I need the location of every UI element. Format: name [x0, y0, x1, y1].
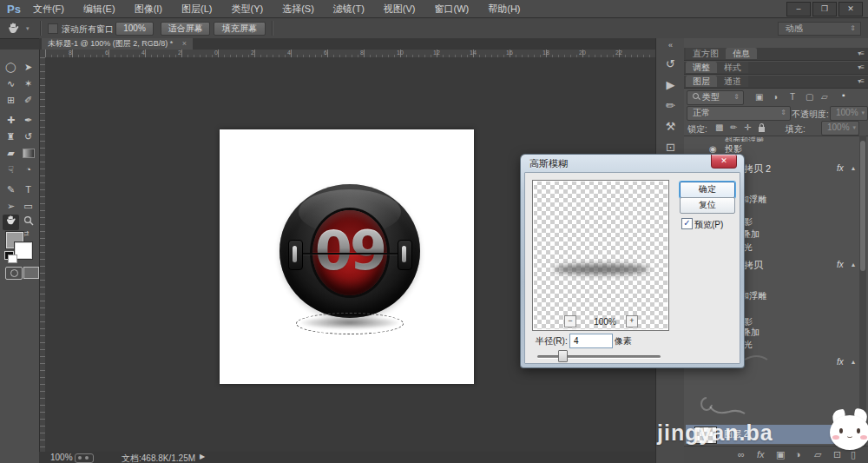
healing-brush-tool[interactable]: ✚ [3, 112, 19, 128]
swap-colors-icon[interactable]: ⇄ [23, 229, 30, 238]
eyedropper-tool[interactable]: ✐ [20, 92, 36, 108]
adjustment-layer-icon[interactable]: ◑ [795, 449, 801, 460]
layer-effect-row[interactable]: 投影 [725, 143, 742, 155]
clone-source-panel-icon[interactable]: ⊡ [656, 141, 685, 154]
close-button[interactable]: ✕ [838, 2, 863, 17]
workspace-switcher[interactable]: 动感 ⇕ [778, 22, 861, 36]
menu-file[interactable]: 文件(F) [33, 3, 64, 16]
menu-select[interactable]: 选择(S) [282, 3, 314, 16]
filter-toggle-icon[interactable]: ▪ [842, 90, 845, 100]
tab-layers[interactable]: 图层 [686, 76, 717, 87]
tool-preset-caret-icon[interactable]: ▾ [26, 25, 30, 32]
radius-slider-thumb[interactable] [558, 350, 568, 362]
opacity-value-box[interactable]: 100% ▾ [830, 106, 868, 121]
history-brush-tool[interactable]: ↺ [20, 129, 36, 144]
filter-adjustment-layers-icon[interactable]: ◑ [773, 92, 778, 102]
menu-filter[interactable]: 滤镜(T) [333, 3, 365, 16]
layers-scrollbar[interactable] [859, 136, 866, 446]
tab-adjustments[interactable]: 调整 [686, 62, 717, 73]
tab-channels[interactable]: 通道 [717, 76, 748, 87]
preview-checkbox[interactable]: ✓ [681, 218, 693, 229]
crop-tool[interactable]: ⊞ [3, 92, 19, 108]
reset-button[interactable]: 复位 [680, 197, 735, 214]
menu-help[interactable]: 帮助(H) [488, 3, 520, 16]
scrollbar-thumb[interactable] [860, 141, 865, 271]
screen-mode-button[interactable] [23, 267, 39, 279]
status-zoom-level[interactable]: 100% [50, 453, 73, 462]
clone-stamp-tool[interactable]: ♜ [3, 129, 19, 144]
link-layers-icon[interactable]: ∞ [738, 449, 745, 460]
eraser-tool[interactable]: ▰ [3, 145, 19, 161]
path-select-tool[interactable]: ➢ [3, 198, 19, 214]
zoom-tool[interactable] [20, 215, 36, 230]
zoom-100-button[interactable]: 100% [115, 22, 154, 36]
menu-layer[interactable]: 图层(L) [181, 3, 212, 16]
layer-mask-icon[interactable]: ▣ [776, 449, 785, 460]
filter-pixel-layers-icon[interactable]: ▣ [755, 92, 763, 102]
magic-wand-tool[interactable]: ✶ [20, 76, 36, 91]
menu-type[interactable]: 类型(Y) [231, 3, 263, 16]
quick-mask-button[interactable] [5, 267, 23, 280]
default-colors-icon[interactable] [4, 251, 14, 260]
layer-filter-dropdown[interactable]: 类型 ⇕ [687, 90, 744, 105]
ok-button[interactable]: 确定 [680, 182, 735, 198]
document-canvas[interactable]: 09 [220, 129, 474, 384]
tool-presets-panel-icon[interactable]: ⚒ [656, 120, 685, 133]
radius-input[interactable]: 4 [569, 334, 613, 348]
scroll-all-windows-checkbox[interactable] [48, 23, 58, 34]
dialog-close-button[interactable]: ✕ [711, 155, 737, 169]
layer-row[interactable]: 拷贝 [744, 259, 763, 271]
pen-tool[interactable]: ✎ [3, 182, 19, 197]
fit-screen-button[interactable]: 适合屏幕 [161, 22, 210, 36]
tab-histogram[interactable]: 直方图 [686, 48, 726, 59]
lock-all-icon[interactable] [759, 120, 765, 136]
gaussian-blur-dialog[interactable]: 高斯模糊 ✕ − 100% + 半径(R): 4 像素 确定 复位 ✓ 预览(P… [521, 155, 744, 367]
menu-view[interactable]: 视图(V) [384, 3, 416, 16]
tab-styles[interactable]: 样式 [717, 62, 748, 73]
tab-close-icon[interactable]: × [182, 39, 187, 48]
preview-zoom-in-button[interactable]: + [626, 315, 638, 327]
panel-menu-icon[interactable]: ▾≡ [858, 63, 864, 71]
fill-screen-button[interactable]: 填充屏幕 [214, 22, 266, 36]
collapse-effects-icon[interactable]: ▴ [852, 356, 855, 368]
hand-tool[interactable] [3, 215, 19, 230]
minimize-button[interactable]: – [786, 2, 811, 17]
menu-image[interactable]: 图像(I) [135, 3, 162, 16]
brush-panel-icon[interactable]: ✏ [656, 99, 685, 112]
lock-transparent-icon[interactable]: ▩ [715, 122, 723, 132]
gradient-tool[interactable] [20, 145, 36, 161]
brush-tool[interactable]: ✒ [20, 112, 36, 128]
lock-paint-icon[interactable]: ✏ [730, 122, 737, 132]
filter-smart-object-icon[interactable]: ▱ [821, 92, 828, 102]
preview-zoom-out-button[interactable]: − [564, 315, 576, 327]
filter-shape-layers-icon[interactable]: ▢ [806, 92, 813, 102]
layer-effect-row[interactable]: 斜面和浮雕 [725, 135, 764, 142]
menu-edit[interactable]: 编辑(E) [83, 3, 115, 16]
type-tool[interactable]: T [20, 182, 36, 197]
blur-preview-area[interactable] [532, 180, 669, 331]
actions-panel-icon[interactable]: ▶ [656, 78, 685, 91]
panel-menu-icon[interactable]: ▾≡ [858, 77, 864, 85]
dodge-tool[interactable]: ◔ [20, 162, 36, 177]
status-expand-icon[interactable]: ▶ [200, 453, 205, 460]
restore-button[interactable]: ❐ [812, 2, 837, 17]
tab-info[interactable]: 信息 [726, 48, 757, 59]
filter-type-layers-icon[interactable]: T [790, 92, 795, 102]
panel-menu-icon[interactable]: ▾≡ [858, 50, 864, 57]
lasso-tool[interactable]: ∿ [3, 76, 19, 91]
eye-icon[interactable]: ◉ [709, 143, 717, 155]
history-panel-icon[interactable]: ↺ [656, 57, 685, 70]
document-tab[interactable]: 未标题-1 @ 100% (图层 2, RGB/8) * × [42, 38, 193, 50]
ellipse-marquee-tool[interactable]: ◯ [3, 59, 19, 75]
collapse-effects-icon[interactable]: ▴ [852, 162, 855, 175]
move-tool[interactable]: ➤ [20, 59, 36, 75]
layer-row[interactable]: 拷贝 2 [744, 162, 771, 175]
menu-window[interactable]: 窗口(W) [435, 3, 470, 16]
radius-slider-track[interactable] [537, 355, 661, 358]
background-color-swatch[interactable] [15, 242, 32, 259]
shape-tool[interactable]: ▭ [20, 198, 36, 214]
fill-value-box[interactable]: 100% ▾ [821, 121, 859, 136]
smudge-tool[interactable]: ☟ [3, 162, 19, 177]
blend-mode-dropdown[interactable]: 正常 ⇕ [687, 106, 791, 121]
layer-styles-icon[interactable]: fx [757, 449, 765, 460]
